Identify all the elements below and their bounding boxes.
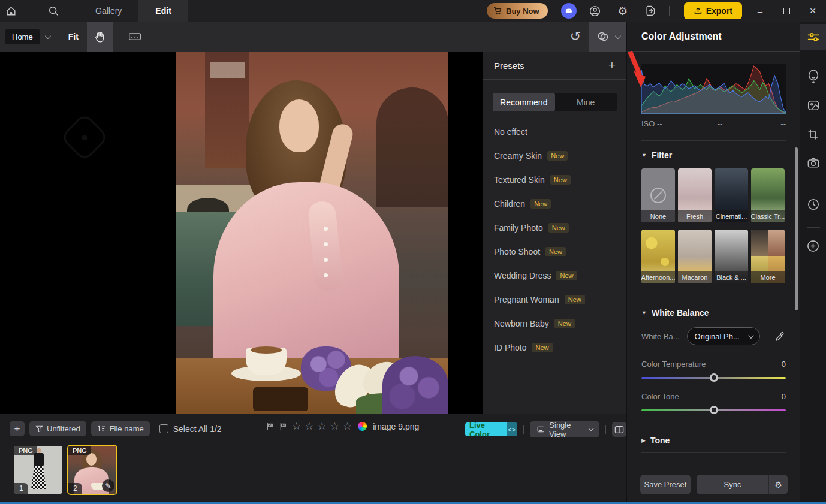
star-rating-1[interactable]: ☆ [292, 421, 301, 431]
zoom-fit-button[interactable]: Fit [68, 32, 79, 41]
flag-reject-icon[interactable] [279, 422, 288, 431]
close-button[interactable]: × [800, 0, 826, 22]
preset-item[interactable]: Wedding DressNew [483, 264, 626, 288]
preset-item[interactable]: Creamy SkinNew [483, 144, 626, 168]
sync-button[interactable]: Sync [697, 475, 768, 494]
temperature-slider-knob[interactable] [710, 373, 718, 382]
star-rating-5[interactable]: ☆ [343, 421, 352, 431]
photo-preview[interactable] [176, 52, 448, 414]
exif-info-row: ISO -- -- -- [641, 119, 786, 128]
star-rating-3[interactable]: ☆ [318, 421, 327, 431]
gear-glyph: ⚙ [774, 480, 782, 490]
filter-thumb-fresh[interactable]: Fresh [678, 168, 712, 222]
undo-button[interactable]: ↺ [562, 22, 589, 52]
preset-item[interactable]: No effect [483, 120, 626, 144]
filter-thumb-none[interactable]: None [641, 168, 675, 222]
color-panel-header: Color Adjustment [627, 22, 800, 52]
buy-now-button[interactable]: Buy Now [487, 3, 548, 19]
preset-item[interactable]: Photo ShootNew [483, 240, 626, 264]
add-preset-button[interactable]: + [608, 58, 616, 73]
adjustments-tool-button[interactable] [800, 24, 826, 50]
view-mode-dropdown[interactable]: Single View [530, 421, 600, 437]
sync-settings-button[interactable]: ⚙ [768, 475, 788, 494]
canvas-area[interactable] [0, 52, 483, 414]
color-label-icon[interactable] [358, 422, 367, 431]
export-button[interactable]: Export [684, 2, 742, 19]
preset-item[interactable]: Textured SkinNew [483, 168, 626, 192]
home-menu-button[interactable]: Home [5, 29, 49, 44]
settings-gear-icon[interactable]: ⚙ [614, 2, 632, 20]
new-badge: New [556, 271, 577, 280]
tab-gallery[interactable]: Gallery [79, 0, 138, 22]
code-toggle-icon[interactable]: <> [507, 422, 517, 436]
preset-label: Newborn Baby [494, 319, 549, 328]
filter-thumb-black-white[interactable]: Black & ... [715, 230, 748, 283]
camera-tool-button[interactable] [800, 150, 826, 176]
export-to-icon[interactable] [641, 2, 659, 20]
add-panel-button[interactable] [800, 233, 826, 259]
filmstrip-thumb-2[interactable]: PNG 2 ✎ [68, 446, 116, 494]
split-view-button[interactable] [612, 422, 626, 437]
live-color-toggle[interactable]: Live Color <> [465, 422, 517, 436]
color-tone-slider[interactable] [641, 409, 786, 411]
filter-thumb-macaron[interactable]: Macaron [678, 230, 712, 283]
portrait-retouch-icon [807, 70, 820, 84]
filmstrip-icon [128, 31, 141, 42]
hand-tool-button[interactable] [87, 22, 113, 52]
filter-label: Classic Tr... [751, 210, 785, 222]
filter-label: Macaron [678, 271, 712, 283]
filmstrip-tool-button[interactable] [122, 22, 148, 52]
filter-section-header[interactable]: ▼ Filter [641, 150, 786, 160]
minimize-button[interactable]: – [747, 0, 773, 22]
account-icon[interactable] [586, 2, 604, 20]
select-all-checkbox[interactable] [159, 424, 168, 433]
tab-edit[interactable]: Edit [138, 0, 188, 22]
add-image-button[interactable]: + [10, 421, 25, 436]
star-rating-4[interactable]: ☆ [330, 421, 339, 431]
filter-images-button[interactable]: Unfiltered [29, 421, 86, 436]
preset-item[interactable]: ChildrenNew [483, 192, 626, 216]
temperature-slider[interactable] [641, 377, 786, 379]
preset-item[interactable]: Family PhotoNew [483, 216, 626, 240]
history-tool-button[interactable] [800, 191, 826, 218]
home-icon[interactable] [0, 0, 22, 22]
iso-value: ISO -- [641, 119, 662, 128]
flag-pick-icon[interactable] [266, 422, 275, 431]
discord-icon[interactable] [561, 3, 577, 19]
eyedropper-icon[interactable] [774, 331, 786, 342]
edit-toolbar: Home Fit ↺ [0, 22, 626, 52]
expand-triangle-icon: ▶ [641, 437, 646, 443]
panel-scrollbar[interactable] [795, 147, 798, 310]
color-tone-slider-knob[interactable] [710, 406, 718, 414]
export-label: Export [706, 6, 732, 16]
split-view-icon [614, 425, 624, 434]
white-balance-section-header[interactable]: ▼ White Balance [641, 308, 786, 318]
collapse-triangle-icon: ▼ [641, 152, 647, 158]
tone-section-header[interactable]: ▶ Tone [641, 436, 786, 445]
preset-item[interactable]: ID PhotoNew [483, 336, 626, 360]
save-preset-button[interactable]: Save Preset [640, 475, 691, 494]
white-balance-dropdown[interactable]: Original Ph... [687, 327, 760, 345]
preset-item[interactable]: Pregnant WomanNew [483, 288, 626, 312]
new-badge: New [545, 247, 566, 256]
compare-button[interactable] [589, 22, 626, 52]
maximize-button[interactable] [773, 0, 800, 22]
background-tool-button[interactable] [800, 92, 826, 119]
crop-tool-button[interactable] [800, 121, 826, 147]
retouch-tool-button[interactable] [800, 64, 826, 90]
tab-recommend[interactable]: Recommend [493, 93, 555, 111]
tab-mine[interactable]: Mine [555, 93, 617, 111]
filter-thumb-classic[interactable]: Classic Tr... [751, 168, 785, 222]
filter-thumb-cinematic[interactable]: Cinemati... [715, 168, 748, 222]
search-icon[interactable] [43, 0, 64, 22]
preset-label: Family Photo [494, 223, 543, 233]
sort-button[interactable]: File name [91, 421, 150, 436]
star-rating-2[interactable]: ☆ [305, 421, 313, 431]
filmstrip: PNG 1 PNG 2 ✎ [14, 446, 116, 494]
filter-thumb-afternoon[interactable]: Afternoon... [641, 230, 675, 283]
edited-pencil-icon: ✎ [102, 479, 114, 492]
filter-label: Fresh [678, 210, 712, 222]
filmstrip-thumb-1[interactable]: PNG 1 [14, 446, 62, 494]
preset-item[interactable]: Newborn BabyNew [483, 312, 626, 336]
filter-thumb-more[interactable]: More [751, 230, 785, 283]
